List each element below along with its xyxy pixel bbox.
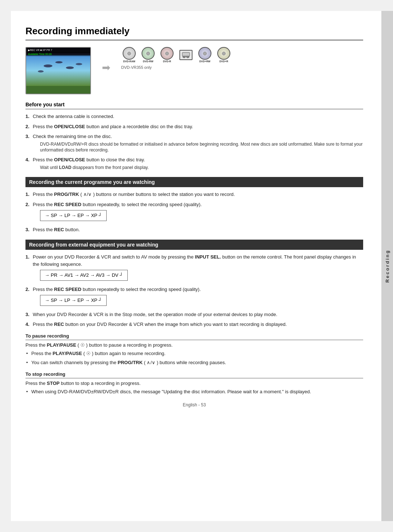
- dvd-r-icon: DVD-R: [159, 47, 175, 63]
- side-tab-label: Recording: [385, 249, 390, 283]
- section2-heading: Recording from external equipment you ar…: [25, 240, 363, 250]
- svg-rect-8: [182, 52, 190, 56]
- svg-point-4: [76, 63, 82, 65]
- note-text: Wait until LOAD disappears from the fron…: [40, 165, 363, 171]
- tv-time-display: Available Time 00:28: [26, 52, 90, 56]
- list-item: When using DVD-RAM/DVD±RW/DVD±R discs, t…: [25, 388, 363, 395]
- page-number: English - 53: [25, 402, 363, 407]
- svg-point-0: [44, 64, 52, 67]
- list-item: 1. Check the antenna cable is connected.: [25, 113, 363, 120]
- section1-list: 1. Press the PROG/TRK ( ∧/∨ ) buttons or…: [25, 191, 363, 233]
- list-item: 2. Press the OPEN/CLOSE button and place…: [25, 123, 363, 130]
- before-you-start-list: 1. Check the antenna cable is connected.…: [25, 113, 363, 170]
- tv-screen-image: ▶REC VR ■ XP PR 7 Available Time 00:28: [25, 47, 91, 94]
- side-tab: Recording: [381, 11, 393, 521]
- pause-recording-text: Press the PLAY/PAUSE ( ☉ ) button to pau…: [25, 342, 363, 348]
- flow-diagram: → SP → LP → EP → XP ┘: [40, 210, 107, 221]
- list-item: Press the PLAY/PAUSE ( ☉ ) button again …: [25, 350, 363, 357]
- list-item: 1. Power on your DVD Recorder & VCR and …: [25, 253, 363, 283]
- dvd-ram-icon: DVD-RAM: [121, 47, 137, 63]
- pause-recording-heading: To pause recording: [25, 333, 363, 340]
- pause-recording-bullets: Press the PLAY/PAUSE ( ☉ ) button again …: [25, 350, 363, 366]
- list-item: You can switch channels by pressing the …: [25, 359, 363, 366]
- svg-rect-5: [26, 86, 91, 94]
- dvd-vr-note: DVD-VR355 only: [121, 65, 152, 70]
- list-item: 1. Press the PROG/TRK ( ∧/∨ ) buttons or…: [25, 191, 363, 198]
- list-item: 3. Check the remaining time on the disc.…: [25, 133, 363, 153]
- dvd-plus-rw-icon: DVD+RW: [197, 47, 213, 63]
- cassette-icon: [178, 47, 194, 63]
- section2-list: 1. Power on your DVD Recorder & VCR and …: [25, 253, 363, 328]
- disc-icons-container: DVD-RAM DVD-RW DVD-R: [121, 47, 232, 70]
- birds-scene: [26, 55, 90, 94]
- stop-recording-text: Press the STOP button to stop a recordin…: [25, 381, 363, 386]
- tv-rec-indicator: ▶REC VR ■ XP PR 7: [28, 49, 52, 52]
- stop-recording-heading: To stop recording: [25, 371, 363, 378]
- list-item: 3. Press the REC button.: [25, 226, 363, 233]
- section1-heading: Recording the current programme you are …: [25, 177, 363, 187]
- note-text: DVD-RAM/DVD±RW/+R discs should be format…: [40, 141, 363, 154]
- svg-point-1: [55, 61, 63, 63]
- list-item: 2. Press the REC SPEED button repeatedly…: [25, 286, 363, 308]
- flow-diagram: → SP → LP → EP → XP ┘: [40, 295, 107, 306]
- page-title: Recording immediately: [25, 25, 363, 40]
- dvd-plus-r-icon: DVD+R: [216, 47, 232, 63]
- arrow-icon: ➡: [102, 62, 110, 74]
- stop-recording-bullets: When using DVD-RAM/DVD±RW/DVD±R discs, t…: [25, 388, 363, 395]
- before-you-start-heading: Before you start: [25, 102, 363, 109]
- list-item: 4. Press the OPEN/CLOSE button to close …: [25, 156, 363, 170]
- list-item: 2. Press the REC SPEED button repeatedly…: [25, 201, 363, 223]
- list-item: 3. When your DVD Recorder & VCR is in th…: [25, 311, 363, 318]
- top-section: ▶REC VR ■ XP PR 7 Available Time 00:28 ➡…: [25, 47, 363, 94]
- dvd-rw-icon: DVD-RW: [140, 47, 156, 63]
- svg-point-2: [66, 67, 74, 69]
- disc-icons-row: DVD-RAM DVD-RW DVD-R: [121, 47, 232, 63]
- flow-diagram: → PR → AV1 → AV2 → AV3 → DV ┘: [40, 270, 128, 281]
- svg-point-3: [38, 70, 44, 72]
- list-item: 4. Press the REC button on your DVD Reco…: [25, 321, 363, 328]
